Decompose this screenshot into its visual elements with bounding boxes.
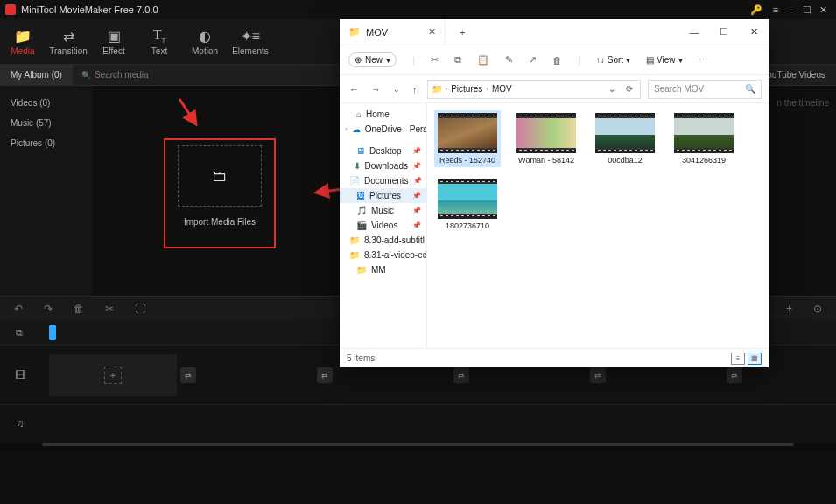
rename-icon[interactable]: ✎ <box>505 54 513 66</box>
file-item[interactable]: 3041266319 <box>671 110 737 167</box>
nav-folder-1[interactable]: 📁8.30-add-subtitl <box>340 233 426 248</box>
nav-folder-1-label: 8.30-add-subtitl <box>364 235 425 245</box>
nav-music-label: Music <box>371 206 394 215</box>
cut-icon[interactable]: ✂ <box>431 54 439 66</box>
explorer-body: ⌂Home ›☁OneDrive - Perso 🖥Desktop📌 ⬇Down… <box>340 103 769 348</box>
view-dropdown[interactable]: ▤ View ▾ <box>646 55 683 65</box>
copy-icon[interactable]: ⧉ <box>454 54 461 66</box>
tab-media[interactable]: 📁 Media <box>0 19 46 64</box>
nav-folder-3-label: MM <box>371 265 386 275</box>
new-tab-button[interactable]: + <box>446 27 479 38</box>
audio-track-icon: ♫ <box>0 417 40 430</box>
thumbnails-view-button[interactable]: ▦ <box>748 353 762 365</box>
explorer-tab[interactable]: 📁 MOV ✕ <box>340 19 446 45</box>
tab-close-icon[interactable]: ✕ <box>428 26 436 38</box>
close-button[interactable]: ✕ <box>815 4 831 16</box>
file-item[interactable]: Woman - 58142 <box>513 110 580 167</box>
audio-track: ♫ <box>0 404 836 441</box>
nav-videos[interactable]: 🎬Videos📌 <box>340 218 426 233</box>
delete-button[interactable]: 🗑 <box>74 303 84 315</box>
file-thumbnail <box>438 113 497 153</box>
transition-slot-icon[interactable]: ⇄ <box>727 368 742 383</box>
up-button[interactable]: ↑ <box>410 84 420 94</box>
timeline-scrollbar[interactable] <box>0 443 836 450</box>
forward-button[interactable]: → <box>369 84 383 94</box>
nav-desktop[interactable]: 🖥Desktop📌 <box>340 144 426 158</box>
paste-icon[interactable]: 📋 <box>477 54 489 66</box>
explorer-close-button[interactable]: ✕ <box>739 26 769 38</box>
nav-desktop-label: Desktop <box>369 146 402 156</box>
tab-motion[interactable]: ◐ Motion <box>182 19 228 64</box>
maximize-button[interactable]: ☐ <box>799 4 815 16</box>
tab-media-label: Media <box>11 46 34 56</box>
nav-pictures-label: Pictures <box>369 191 401 200</box>
explorer-status-bar: 5 items ≡ ▦ <box>340 348 769 368</box>
file-item[interactable]: Reeds - 152740 <box>434 110 501 167</box>
share-icon[interactable]: ↗ <box>529 54 537 66</box>
import-dropzone[interactable]: 🗀 <box>178 145 262 206</box>
explorer-nav-pane: ⌂Home ›☁OneDrive - Perso 🖥Desktop📌 ⬇Down… <box>340 103 427 348</box>
explorer-file-grid: Reeds - 152740Woman - 5814200cdba1230412… <box>427 103 769 348</box>
nav-home-label: Home <box>366 109 390 119</box>
nav-documents[interactable]: 📄Documents📌 <box>340 173 426 188</box>
explorer-address-bar: ← → ⌄ ↑ 📁 › Pictures › MOV ⌄ ⟳ Search MO… <box>340 75 769 103</box>
tab-transition[interactable]: ⇄ Transition <box>46 19 91 64</box>
explorer-search-input[interactable]: Search MOV 🔍 <box>648 80 762 99</box>
key-icon[interactable]: 🔑 <box>748 4 764 16</box>
explorer-maximize-button[interactable]: ☐ <box>709 26 739 38</box>
refresh-icon[interactable]: ⟳ <box>622 84 636 94</box>
tab-elements[interactable]: ✦≡ Elements <box>228 19 273 64</box>
back-button[interactable]: ← <box>347 84 362 94</box>
breadcrumb-mov[interactable]: MOV <box>492 84 512 94</box>
file-item[interactable]: 00cdba12 <box>592 110 658 167</box>
media-sidebar: Videos (0) Music (57) Pictures (0) <box>0 86 92 296</box>
cut-button[interactable]: ✂ <box>105 303 114 315</box>
explorer-minimize-button[interactable]: — <box>679 27 709 38</box>
nav-folder-3[interactable]: 📁MM <box>340 262 426 277</box>
album-tab[interactable]: My Album (0) <box>0 65 73 85</box>
nav-home[interactable]: ⌂Home <box>340 107 426 122</box>
layers-icon: ⧉ <box>16 327 23 339</box>
playhead[interactable] <box>49 325 56 340</box>
nav-pictures[interactable]: 🖼Pictures📌 <box>340 188 426 203</box>
minimize-button[interactable]: — <box>783 4 799 15</box>
history-dropdown[interactable]: ⌄ <box>390 85 403 94</box>
nav-downloads[interactable]: ⬇Downloads📌 <box>340 158 426 173</box>
import-media-box[interactable]: 🗀 Import Media Files <box>164 138 276 248</box>
menu-icon[interactable]: ≡ <box>768 4 783 15</box>
nav-folder-2[interactable]: 📁8.31-ai-video-ed <box>340 248 426 262</box>
file-name: Reeds - 152740 <box>439 156 495 164</box>
transition-icon: ⇄ <box>63 28 74 45</box>
details-view-button[interactable]: ≡ <box>731 353 745 365</box>
nav-music[interactable]: 🎵Music📌 <box>340 203 426 218</box>
delete-icon[interactable]: 🗑 <box>552 55 562 66</box>
redo-button[interactable]: ↷ <box>44 303 53 315</box>
sidebar-item-videos[interactable]: Videos (0) <box>0 93 92 113</box>
crop-button[interactable]: ⛶ <box>135 303 145 315</box>
path-dropdown-icon[interactable]: ⌄ <box>605 84 619 94</box>
sort-dropdown[interactable]: ↑↓ Sort ▾ <box>596 55 630 65</box>
new-button[interactable]: ⊕ New ▾ <box>348 52 397 67</box>
zoom-fit-button[interactable]: ⊙ <box>813 303 822 315</box>
video-slot[interactable]: ⇄ <box>186 354 313 396</box>
undo-button[interactable]: ↶ <box>14 303 23 315</box>
zoom-in-button[interactable]: + <box>786 303 792 315</box>
sidebar-item-pictures[interactable]: Pictures (0) <box>0 133 92 153</box>
tab-effect[interactable]: ▣ Effect <box>91 19 137 64</box>
file-name: 00cdba12 <box>608 156 643 164</box>
tab-elements-label: Elements <box>232 46 269 56</box>
app-logo-icon <box>5 4 16 15</box>
tab-text[interactable]: TT Text <box>137 19 182 64</box>
item-count: 5 items <box>347 354 375 363</box>
nav-onedrive[interactable]: ›☁OneDrive - Perso <box>340 122 426 136</box>
file-thumbnail <box>595 113 655 153</box>
more-icon[interactable]: ⋯ <box>699 54 708 66</box>
file-item[interactable]: 1802736710 <box>434 176 501 233</box>
breadcrumb-pictures[interactable]: Pictures <box>451 84 482 94</box>
breadcrumb[interactable]: 📁 › Pictures › MOV ⌄ ⟳ <box>427 80 642 99</box>
video-slot[interactable]: + ⇄ <box>49 354 177 396</box>
motion-icon: ◐ <box>199 28 211 45</box>
sort-label: Sort <box>608 55 623 65</box>
sidebar-item-music[interactable]: Music (57) <box>0 113 92 133</box>
add-clip-icon[interactable]: + <box>104 367 122 384</box>
